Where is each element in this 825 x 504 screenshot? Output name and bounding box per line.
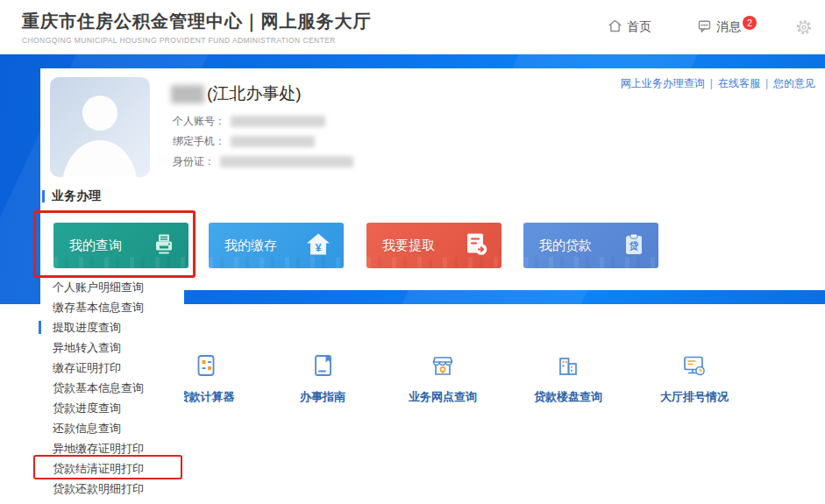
section-accent-bar (42, 190, 45, 202)
message-badge: 2 (743, 16, 757, 30)
profile-card: 网上业务办理查询|在线客服|您的意见 (江北办事处) 个人账号： 绑定手机： 身… (40, 68, 825, 290)
link-your-feedback[interactable]: 您的意见 (773, 77, 815, 89)
house-yuan-icon: ¥ (305, 231, 331, 260)
nav-home-label: 首页 (627, 19, 651, 35)
calculator-icon (193, 366, 219, 381)
redacted-user-name (171, 85, 204, 103)
menu-item-loan-basic-info[interactable]: 贷款基本信息查询 (40, 378, 184, 398)
message-icon (697, 18, 716, 36)
user-name-row: (江北办事处) (171, 82, 302, 105)
page-title: 重庆市住房公积金管理中心｜网上服务大厅 (22, 10, 372, 33)
query-dropdown-menu: 个人账户明细查询 缴存基本信息查询 提取进度查询 异地转入查询 缴存证明打印 贷… (40, 273, 184, 504)
quick-link-hall-queue-status[interactable]: 大厅排号情况 (637, 352, 751, 405)
menu-item-loan-repayment-detail-print[interactable]: 贷款还款明细打印 (40, 479, 184, 499)
menu-item-remote-deposit-certificate-print[interactable]: 异地缴存证明打印 (40, 438, 184, 458)
personal-account-field: 个人账号： (173, 114, 325, 129)
withdraw-button[interactable]: 我要提取 (366, 223, 501, 268)
section-title: 业务办理 (52, 188, 101, 204)
top-nav: 首页 消息 2 (608, 18, 817, 36)
page: 重庆市住房公积金管理中心｜网上服务大厅 CHONGQING MUNICIPAL … (0, 0, 825, 504)
svg-text:贷: 贷 (629, 240, 639, 252)
quick-link-loan-property-query[interactable]: 贷款楼盘查询 (511, 352, 625, 405)
quick-link-label: 办事指南 (266, 389, 380, 405)
menu-item-deposit-certificate-print[interactable]: 缴存证明打印 (40, 358, 184, 378)
id-card-label: 身份证： (173, 154, 215, 169)
document-arrow-icon (463, 231, 489, 260)
avatar-body-silhouette (62, 140, 138, 177)
menu-item-personal-account-detail[interactable]: 个人账户明细查询 (40, 277, 184, 297)
quick-link-service-guide[interactable]: 办事指南 (266, 352, 380, 405)
gear-icon[interactable] (795, 18, 817, 36)
avatar (50, 77, 150, 177)
withdraw-label: 我要提取 (382, 238, 435, 254)
card-links: 网上业务办理查询|在线客服|您的意见 (621, 76, 815, 91)
menu-item-deposit-basic-info[interactable]: 缴存基本信息查询 (40, 297, 184, 317)
storefront-icon (430, 366, 456, 381)
quick-link-label: 大厅排号情况 (637, 389, 751, 405)
home-icon (608, 18, 627, 36)
my-deposit-button[interactable]: 我的缴存 ¥ (209, 223, 344, 268)
menu-item-repayment-info[interactable]: 还款信息查询 (40, 418, 184, 438)
my-deposit-label: 我的缴存 (224, 238, 277, 254)
redacted-id-card (220, 156, 353, 167)
link-separator: | (765, 77, 768, 89)
personal-account-label: 个人账号： (173, 114, 225, 129)
my-query-label: 我的查询 (69, 238, 122, 254)
svg-text:¥: ¥ (316, 242, 322, 254)
brand: 重庆市住房公积金管理中心｜网上服务大厅 CHONGQING MUNICIPAL … (22, 10, 372, 45)
quick-link-label: 贷款楼盘查询 (511, 389, 625, 405)
link-online-service[interactable]: 在线客服 (718, 77, 760, 89)
printer-icon (152, 232, 176, 259)
quick-link-label: 业务网点查询 (386, 389, 500, 405)
active-item-indicator (39, 321, 41, 334)
redacted-personal-account (231, 116, 325, 127)
bound-phone-field: 绑定手机： (173, 134, 315, 149)
menu-item-withdraw-progress[interactable]: 提取进度查询 (40, 317, 184, 337)
my-loan-button[interactable]: 我的贷款 贷 (523, 223, 658, 268)
business-section-header: 业务办理 (42, 188, 101, 204)
link-separator: | (710, 77, 713, 89)
nav-messages-label: 消息 (716, 19, 741, 35)
id-card-field: 身份证： (173, 154, 353, 169)
menu-item-loan-settlement-certificate-print[interactable]: 贷款结清证明打印 (40, 458, 184, 479)
avatar-head-silhouette (82, 96, 117, 131)
redacted-phone (231, 136, 315, 147)
page-subtitle: CHONGQING MUNICIPAL HOUSING PROVIDENT FU… (22, 36, 372, 45)
quick-link-branch-query[interactable]: 业务网点查询 (386, 352, 500, 405)
link-online-business-query[interactable]: 网上业务办理查询 (621, 77, 705, 89)
nav-messages[interactable]: 消息 2 (697, 18, 757, 36)
menu-item-loan-progress[interactable]: 贷款进度查询 (40, 398, 184, 418)
buildings-icon (555, 366, 581, 381)
my-loan-label: 我的贷款 (539, 238, 592, 254)
menu-item-remote-transfer-in[interactable]: 异地转入查询 (40, 337, 184, 358)
my-query-button[interactable]: 我的查询 (53, 223, 188, 268)
guide-book-icon (309, 366, 336, 381)
bound-phone-label: 绑定手机： (173, 134, 225, 149)
nav-home[interactable]: 首页 (608, 18, 651, 36)
header: 重庆市住房公积金管理中心｜网上服务大厅 CHONGQING MUNICIPAL … (0, 0, 825, 54)
loan-clipboard-icon: 贷 (622, 232, 646, 259)
user-office-label: (江北办事处) (207, 82, 302, 105)
monitor-clock-icon (681, 366, 708, 381)
